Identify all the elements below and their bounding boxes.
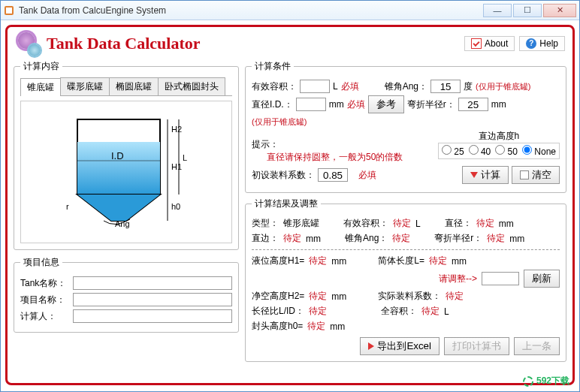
adjust-label: 请调整--> bbox=[439, 273, 477, 285]
init-fill-required: 必填 bbox=[358, 169, 376, 182]
head-h-val: 待定 bbox=[307, 320, 325, 333]
radio-25[interactable]: 25 bbox=[442, 145, 464, 157]
ratio-val: 待定 bbox=[309, 305, 327, 318]
hint-text: 直径请保持圆整，一般为50的倍数 bbox=[267, 151, 403, 164]
calculator-input[interactable] bbox=[73, 309, 232, 323]
tube-len-label: 简体长度L= bbox=[378, 255, 424, 267]
tab-dish-bottom[interactable]: 碟形底罐 bbox=[60, 77, 110, 95]
project-name-label: 项目名称： bbox=[20, 294, 73, 306]
res-diameter-label: 直径： bbox=[445, 217, 472, 230]
res-type-label: 类型： bbox=[252, 217, 279, 230]
results-legend: 计算结果及调整 bbox=[252, 198, 321, 210]
clear-button[interactable]: 清空 bbox=[512, 166, 560, 184]
minimize-button[interactable]: — bbox=[483, 4, 512, 17]
app-title: Tank Data Calculator bbox=[47, 34, 464, 53]
cone-ang-input[interactable] bbox=[430, 80, 461, 93]
bend-r-label: 弯折半径r： bbox=[407, 98, 455, 111]
svg-marker-5 bbox=[77, 194, 160, 221]
calculator-label: 计算人： bbox=[20, 310, 73, 323]
res-coneang-val: 待定 bbox=[392, 232, 410, 245]
svg-text:r: r bbox=[66, 202, 69, 211]
svg-text:H1: H1 bbox=[171, 162, 182, 171]
tank-name-label: Tank名称： bbox=[20, 277, 73, 290]
radio-none[interactable]: None bbox=[522, 145, 556, 157]
tab-ellipse-bottom[interactable]: 椭圆底罐 bbox=[109, 77, 159, 95]
arrow-right-icon bbox=[368, 342, 374, 350]
svg-text:H2: H2 bbox=[171, 125, 182, 134]
about-label: About bbox=[485, 38, 508, 49]
calc-content-legend: 计算内容 bbox=[20, 60, 62, 73]
tab-cone-bottom[interactable]: 锥底罐 bbox=[20, 78, 61, 96]
eraser-icon bbox=[520, 170, 529, 179]
res-effvol-val: 待定 bbox=[393, 217, 411, 230]
help-label: Help bbox=[539, 38, 558, 49]
tank-diagram: I.D H2 H1 L h0 r Ang bbox=[20, 101, 232, 243]
res-effvol-label: 有效容积： bbox=[343, 217, 388, 230]
help-button[interactable]: ? Help bbox=[519, 36, 565, 51]
diameter-required: 必填 bbox=[347, 98, 365, 111]
total-vol-label: 全容积： bbox=[381, 305, 417, 318]
help-icon: ? bbox=[526, 38, 536, 49]
cone-ang-label: 锥角Ang： bbox=[385, 80, 427, 93]
export-excel-button[interactable]: 导出到Excel bbox=[360, 337, 440, 355]
project-info-group: 项目信息 Tank名称： 项目名称： 计算人： bbox=[14, 256, 239, 333]
liquid-h-val: 待定 bbox=[309, 255, 327, 267]
tube-len-val: 待定 bbox=[429, 255, 447, 267]
svg-text:I.D: I.D bbox=[111, 150, 124, 161]
liquid-h-label: 液位高度H1= bbox=[252, 255, 304, 267]
svg-text:h0: h0 bbox=[171, 202, 180, 211]
init-fill-label: 初设装料系数： bbox=[252, 169, 315, 182]
total-vol-val: 待定 bbox=[421, 305, 440, 318]
res-type-val: 锥形底罐 bbox=[283, 217, 319, 230]
res-coneang-label: 锥角Ang： bbox=[345, 232, 388, 245]
calc-content-group: 计算内容 锥底罐 碟形底罐 椭圆底罐 卧式椭圆封头 bbox=[14, 60, 239, 250]
hint-label: 提示： bbox=[252, 138, 279, 151]
cone-ang-unit: 度 bbox=[464, 80, 473, 93]
res-bendr-val: 待定 bbox=[487, 232, 505, 245]
calc-conditions-legend: 计算条件 bbox=[252, 60, 294, 73]
watermark-icon bbox=[523, 376, 533, 387]
actual-fill-label: 实际装料系数： bbox=[378, 290, 441, 303]
ratio-label: 长径比L/ID： bbox=[252, 305, 304, 318]
results-group: 计算结果及调整 类型：锥形底罐 有效容积：待定L 直径：待定mm 直边：待定mm… bbox=[245, 198, 566, 362]
cone-ang-only: (仅用于锥底罐) bbox=[476, 81, 530, 92]
clear-h-label: 净空高度H2= bbox=[252, 290, 304, 303]
reference-button[interactable]: 参考 bbox=[368, 95, 404, 113]
svg-rect-1 bbox=[6, 8, 12, 14]
check-icon bbox=[471, 38, 482, 49]
tank-name-input[interactable] bbox=[73, 276, 232, 290]
eff-vol-unit: L bbox=[333, 81, 338, 92]
calc-conditions-group: 计算条件 有效容积： L 必填 锥角Ang： 度 (仅用于锥底罐) 直径I.D.… bbox=[245, 60, 566, 193]
bend-r-unit: mm bbox=[491, 99, 506, 110]
app-logo-icon bbox=[15, 31, 41, 56]
maximize-button[interactable]: ☐ bbox=[513, 4, 542, 17]
head-h-label: 封头高度h0= bbox=[252, 320, 303, 333]
project-name-input[interactable] bbox=[73, 293, 232, 306]
diameter-label: 直径I.D.： bbox=[252, 98, 293, 111]
actual-fill-val: 待定 bbox=[446, 290, 464, 303]
window-title: Tank Data from CalcuEngine System bbox=[19, 5, 483, 16]
res-edge-label: 直边： bbox=[252, 232, 279, 245]
tab-horizontal-ellipse[interactable]: 卧式椭圆封头 bbox=[158, 77, 225, 95]
bend-r-only: (仅用于锥底罐) bbox=[252, 116, 307, 128]
radio-50[interactable]: 50 bbox=[495, 145, 518, 157]
res-edge-val: 待定 bbox=[283, 232, 301, 245]
app-icon bbox=[4, 5, 14, 16]
diameter-input[interactable] bbox=[296, 98, 326, 111]
res-diameter-val: 待定 bbox=[476, 217, 494, 230]
calculate-button[interactable]: 计算 bbox=[462, 166, 509, 184]
refresh-button[interactable]: 刷新 bbox=[524, 270, 560, 288]
project-info-legend: 项目信息 bbox=[20, 256, 62, 269]
diameter-unit: mm bbox=[329, 99, 344, 110]
adjust-input[interactable] bbox=[482, 272, 519, 285]
init-fill-input[interactable] bbox=[318, 168, 348, 182]
about-button[interactable]: About bbox=[464, 36, 515, 51]
eff-vol-input[interactable] bbox=[300, 80, 330, 93]
close-button[interactable]: ✕ bbox=[543, 4, 576, 17]
edge-h-label: 直边高度h bbox=[438, 130, 560, 143]
prev-button[interactable]: 上一条 bbox=[514, 337, 560, 355]
radio-40[interactable]: 40 bbox=[469, 145, 491, 157]
print-button[interactable]: 打印计算书 bbox=[444, 337, 509, 355]
bend-r-input[interactable] bbox=[458, 98, 488, 111]
watermark: 592下载 bbox=[523, 375, 569, 387]
